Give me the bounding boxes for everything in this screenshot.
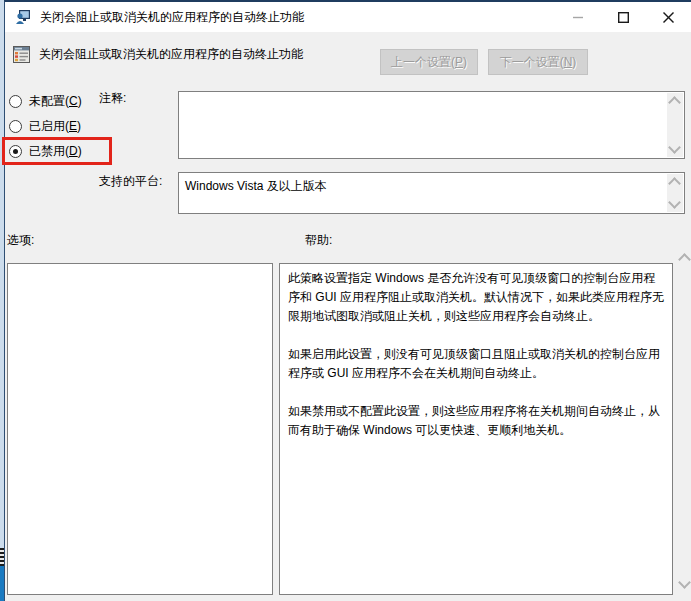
minimize-button[interactable]	[556, 2, 601, 32]
help-paragraph: 如果启用此设置，则没有可见顶级窗口且阻止或取消关机的控制台应用程序或 GUI 应…	[288, 345, 664, 383]
minimize-icon	[573, 12, 584, 23]
options-pane[interactable]	[7, 263, 273, 595]
window-controls	[556, 2, 691, 32]
window-title: 关闭会阻止或取消关机的应用程序的自动终止功能	[40, 9, 304, 26]
group-policy-user-icon	[15, 9, 31, 25]
maximize-icon	[618, 12, 629, 23]
setting-title: 关闭会阻止或取消关机的应用程序的自动终止功能	[39, 46, 303, 63]
help-paragraph: 此策略设置指定 Windows 是否允许没有可见顶级窗口的控制台应用程序和 GU…	[288, 269, 664, 326]
platform-label: 支持的平台:	[99, 173, 162, 190]
previous-setting-button[interactable]: 上一个设置(P)	[380, 49, 478, 75]
group-policy-setting-dialog: 关闭会阻止或取消关机的应用程序的自动终止功能	[0, 0, 691, 601]
platform-textarea[interactable]: Windows Vista 及以上版本	[178, 172, 685, 214]
scroll-up-icon[interactable]	[678, 253, 691, 266]
scroll-down-icon[interactable]	[668, 141, 681, 154]
options-label: 选项:	[7, 232, 34, 249]
close-icon	[663, 12, 674, 23]
comment-scrollbar[interactable]	[667, 93, 683, 157]
scroll-down-icon[interactable]	[678, 576, 691, 589]
maximize-button[interactable]	[601, 2, 646, 32]
comment-label: 注释:	[99, 90, 126, 107]
policy-setting-icon	[13, 46, 30, 63]
scroll-down-icon[interactable]	[668, 196, 681, 209]
dialog-window: 关闭会阻止或取消关机的应用程序的自动终止功能	[4, 0, 691, 601]
platform-value: Windows Vista 及以上版本	[185, 178, 327, 195]
radio-not-configured[interactable]: 未配置(C)	[9, 94, 82, 109]
help-label: 帮助:	[305, 232, 332, 249]
radio-circle-not-configured[interactable]	[9, 95, 22, 108]
radio-label-not-configured: 未配置(C)	[29, 93, 82, 110]
red-highlight-annotation	[2, 137, 112, 165]
close-button[interactable]	[646, 2, 691, 32]
radio-label-enabled: 已启用(E)	[29, 118, 81, 135]
help-pane[interactable]: 此策略设置指定 Windows 是否允许没有可见顶级窗口的控制台应用程序和 GU…	[279, 263, 673, 595]
help-scrollbar[interactable]	[677, 250, 691, 592]
help-text: 此策略设置指定 Windows 是否允许没有可见顶级窗口的控制台应用程序和 GU…	[280, 264, 672, 464]
radio-circle-enabled[interactable]	[9, 120, 22, 133]
scroll-up-icon[interactable]	[668, 177, 681, 190]
comment-textarea[interactable]	[178, 91, 685, 159]
scroll-up-icon[interactable]	[668, 96, 681, 109]
setting-header: 关闭会阻止或取消关机的应用程序的自动终止功能	[13, 46, 303, 63]
next-setting-button[interactable]: 下一个设置(N)	[488, 49, 588, 75]
help-paragraph: 如果禁用或不配置此设置，则这些应用程序将在关机期间自动终止，从而有助于确保 Wi…	[288, 402, 664, 440]
title-bar[interactable]: 关闭会阻止或取消关机的应用程序的自动终止功能	[5, 2, 691, 32]
radio-enabled[interactable]: 已启用(E)	[9, 119, 81, 134]
platform-scrollbar[interactable]	[667, 174, 683, 212]
